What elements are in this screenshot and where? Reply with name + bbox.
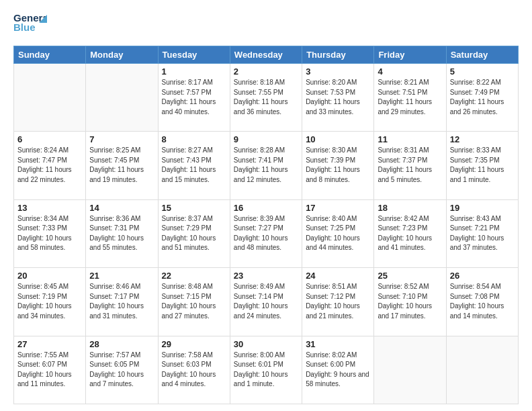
weekday-header-sunday: Sunday xyxy=(14,46,86,64)
day-info: Sunrise: 7:58 AM Sunset: 6:03 PM Dayligh… xyxy=(162,351,226,390)
weekday-header-monday: Monday xyxy=(86,46,158,64)
calendar-cell: 24Sunrise: 8:51 AM Sunset: 7:12 PM Dayli… xyxy=(302,268,374,336)
calendar-table: SundayMondayTuesdayWednesdayThursdayFrid… xyxy=(13,46,519,404)
day-number: 30 xyxy=(234,339,298,349)
calendar-cell: 25Sunrise: 8:52 AM Sunset: 7:10 PM Dayli… xyxy=(374,268,446,336)
day-info: Sunrise: 8:40 AM Sunset: 7:25 PM Dayligh… xyxy=(306,214,370,253)
day-number: 24 xyxy=(306,271,370,281)
day-info: Sunrise: 8:22 AM Sunset: 7:49 PM Dayligh… xyxy=(450,78,515,117)
day-info: Sunrise: 8:28 AM Sunset: 7:41 PM Dayligh… xyxy=(234,146,298,185)
weekday-header-tuesday: Tuesday xyxy=(158,46,230,64)
calendar-cell: 13Sunrise: 8:34 AM Sunset: 7:33 PM Dayli… xyxy=(14,199,86,267)
calendar-cell: 9Sunrise: 8:28 AM Sunset: 7:41 PM Daylig… xyxy=(230,132,302,199)
calendar-cell: 31Sunrise: 8:02 AM Sunset: 6:00 PM Dayli… xyxy=(302,336,374,404)
day-number: 15 xyxy=(162,203,226,213)
day-info: Sunrise: 8:27 AM Sunset: 7:43 PM Dayligh… xyxy=(162,146,226,185)
day-info: Sunrise: 8:42 AM Sunset: 7:23 PM Dayligh… xyxy=(378,214,442,253)
calendar-cell: 1Sunrise: 8:17 AM Sunset: 7:57 PM Daylig… xyxy=(158,64,230,132)
day-number: 31 xyxy=(306,339,370,349)
calendar-cell: 21Sunrise: 8:46 AM Sunset: 7:17 PM Dayli… xyxy=(86,268,158,336)
calendar-cell: 22Sunrise: 8:48 AM Sunset: 7:15 PM Dayli… xyxy=(158,268,230,336)
calendar-cell: 2Sunrise: 8:18 AM Sunset: 7:55 PM Daylig… xyxy=(230,64,302,132)
day-info: Sunrise: 8:51 AM Sunset: 7:12 PM Dayligh… xyxy=(306,282,370,321)
logo-icon: General Blue xyxy=(13,11,47,39)
day-number: 12 xyxy=(450,134,515,144)
calendar-cell: 16Sunrise: 8:39 AM Sunset: 7:27 PM Dayli… xyxy=(230,199,302,267)
day-info: Sunrise: 8:48 AM Sunset: 7:15 PM Dayligh… xyxy=(162,282,226,321)
day-number: 11 xyxy=(378,134,442,144)
day-number: 4 xyxy=(378,66,442,77)
calendar-cell: 20Sunrise: 8:45 AM Sunset: 7:19 PM Dayli… xyxy=(14,268,86,336)
week-row-2: 6Sunrise: 8:24 AM Sunset: 7:47 PM Daylig… xyxy=(14,132,519,199)
calendar-cell: 19Sunrise: 8:43 AM Sunset: 7:21 PM Dayli… xyxy=(446,199,518,267)
day-number: 28 xyxy=(89,339,154,349)
day-number: 20 xyxy=(17,271,82,281)
day-info: Sunrise: 7:55 AM Sunset: 6:07 PM Dayligh… xyxy=(17,351,82,390)
weekday-header-friday: Friday xyxy=(374,46,446,64)
calendar-cell: 12Sunrise: 8:33 AM Sunset: 7:35 PM Dayli… xyxy=(446,132,518,199)
day-number: 3 xyxy=(306,66,370,77)
day-number: 19 xyxy=(450,203,515,213)
calendar-cell: 6Sunrise: 8:24 AM Sunset: 7:47 PM Daylig… xyxy=(14,132,86,199)
day-info: Sunrise: 7:57 AM Sunset: 6:05 PM Dayligh… xyxy=(89,351,154,390)
day-number: 22 xyxy=(162,271,226,281)
day-info: Sunrise: 8:39 AM Sunset: 7:27 PM Dayligh… xyxy=(234,214,298,253)
day-info: Sunrise: 8:21 AM Sunset: 7:51 PM Dayligh… xyxy=(378,78,442,117)
weekday-header-wednesday: Wednesday xyxy=(230,46,302,64)
day-info: Sunrise: 8:02 AM Sunset: 6:00 PM Dayligh… xyxy=(306,351,370,390)
week-row-4: 20Sunrise: 8:45 AM Sunset: 7:19 PM Dayli… xyxy=(14,268,519,336)
calendar-page: General Blue SundayMondayTuesdayWednesda… xyxy=(0,0,532,411)
day-info: Sunrise: 8:31 AM Sunset: 7:37 PM Dayligh… xyxy=(378,146,442,185)
day-info: Sunrise: 8:49 AM Sunset: 7:14 PM Dayligh… xyxy=(234,282,298,321)
day-number: 6 xyxy=(17,134,82,144)
day-number: 7 xyxy=(89,134,154,144)
week-row-5: 27Sunrise: 7:55 AM Sunset: 6:07 PM Dayli… xyxy=(14,336,519,404)
calendar-cell: 5Sunrise: 8:22 AM Sunset: 7:49 PM Daylig… xyxy=(446,64,518,132)
calendar-cell: 11Sunrise: 8:31 AM Sunset: 7:37 PM Dayli… xyxy=(374,132,446,199)
day-info: Sunrise: 8:20 AM Sunset: 7:53 PM Dayligh… xyxy=(306,78,370,117)
calendar-cell: 10Sunrise: 8:30 AM Sunset: 7:39 PM Dayli… xyxy=(302,132,374,199)
day-number: 9 xyxy=(234,134,298,144)
day-info: Sunrise: 8:33 AM Sunset: 7:35 PM Dayligh… xyxy=(450,146,515,185)
day-info: Sunrise: 8:52 AM Sunset: 7:10 PM Dayligh… xyxy=(378,282,442,321)
day-number: 25 xyxy=(378,271,442,281)
day-number: 2 xyxy=(234,66,298,77)
day-number: 8 xyxy=(162,134,226,144)
day-number: 18 xyxy=(378,203,442,213)
calendar-cell: 14Sunrise: 8:36 AM Sunset: 7:31 PM Dayli… xyxy=(86,199,158,267)
day-info: Sunrise: 8:18 AM Sunset: 7:55 PM Dayligh… xyxy=(234,78,298,117)
day-number: 16 xyxy=(234,203,298,213)
weekday-header-thursday: Thursday xyxy=(302,46,374,64)
calendar-cell xyxy=(374,336,446,404)
day-info: Sunrise: 8:25 AM Sunset: 7:45 PM Dayligh… xyxy=(89,146,154,185)
logo: General Blue xyxy=(13,11,47,39)
weekday-header-row: SundayMondayTuesdayWednesdayThursdayFrid… xyxy=(14,46,519,64)
header: General Blue xyxy=(13,11,519,39)
week-row-1: 1Sunrise: 8:17 AM Sunset: 7:57 PM Daylig… xyxy=(14,64,519,132)
calendar-cell: 3Sunrise: 8:20 AM Sunset: 7:53 PM Daylig… xyxy=(302,64,374,132)
calendar-cell: 30Sunrise: 8:00 AM Sunset: 6:01 PM Dayli… xyxy=(230,336,302,404)
day-number: 26 xyxy=(450,271,515,281)
day-info: Sunrise: 8:17 AM Sunset: 7:57 PM Dayligh… xyxy=(162,78,226,117)
day-number: 13 xyxy=(17,203,82,213)
day-info: Sunrise: 8:43 AM Sunset: 7:21 PM Dayligh… xyxy=(450,214,515,253)
weekday-header-saturday: Saturday xyxy=(446,46,518,64)
day-number: 27 xyxy=(17,339,82,349)
day-info: Sunrise: 8:24 AM Sunset: 7:47 PM Dayligh… xyxy=(17,146,82,185)
day-number: 1 xyxy=(162,66,226,77)
calendar-cell: 29Sunrise: 7:58 AM Sunset: 6:03 PM Dayli… xyxy=(158,336,230,404)
day-number: 14 xyxy=(89,203,154,213)
day-info: Sunrise: 8:36 AM Sunset: 7:31 PM Dayligh… xyxy=(89,214,154,253)
calendar-cell: 8Sunrise: 8:27 AM Sunset: 7:43 PM Daylig… xyxy=(158,132,230,199)
week-row-3: 13Sunrise: 8:34 AM Sunset: 7:33 PM Dayli… xyxy=(14,199,519,267)
calendar-cell: 26Sunrise: 8:54 AM Sunset: 7:08 PM Dayli… xyxy=(446,268,518,336)
day-info: Sunrise: 8:37 AM Sunset: 7:29 PM Dayligh… xyxy=(162,214,226,253)
day-number: 23 xyxy=(234,271,298,281)
day-info: Sunrise: 8:46 AM Sunset: 7:17 PM Dayligh… xyxy=(89,282,154,321)
day-info: Sunrise: 8:00 AM Sunset: 6:01 PM Dayligh… xyxy=(234,351,298,390)
day-info: Sunrise: 8:30 AM Sunset: 7:39 PM Dayligh… xyxy=(306,146,370,185)
calendar-cell: 18Sunrise: 8:42 AM Sunset: 7:23 PM Dayli… xyxy=(374,199,446,267)
calendar-cell: 4Sunrise: 8:21 AM Sunset: 7:51 PM Daylig… xyxy=(374,64,446,132)
day-number: 21 xyxy=(89,271,154,281)
day-info: Sunrise: 8:45 AM Sunset: 7:19 PM Dayligh… xyxy=(17,282,82,321)
